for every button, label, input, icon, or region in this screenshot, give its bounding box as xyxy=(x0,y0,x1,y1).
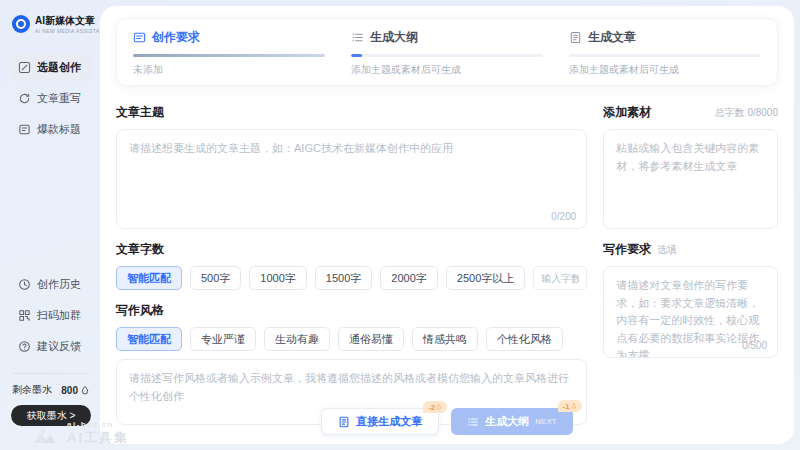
word-count-chip-1000[interactable]: 1000字 xyxy=(249,266,306,290)
right-column: 添加素材 总字数 0/8000 写作要求 选填 0/500 xyxy=(603,96,778,425)
form-icon xyxy=(133,31,146,44)
action-bar: 直接生成文章 -2 生成大纲 NEXT -1 xyxy=(100,408,794,435)
compose-icon xyxy=(18,61,31,74)
material-section-title: 添加素材 总字数 0/8000 xyxy=(603,104,778,121)
requirements-counter: 0/500 xyxy=(742,340,767,351)
style-chip-personalized[interactable]: 个性化风格 xyxy=(486,327,563,351)
word-count-chip-1500[interactable]: 1500字 xyxy=(315,266,372,290)
word-count-options: 智能匹配 500字 1000字 1500字 2000字 2500字以上 xyxy=(116,266,587,290)
sidebar: AI新媒体文章 AI NEW MEDIA ASSISTANT 选题创作 文章重写… xyxy=(0,0,100,450)
feedback-icon xyxy=(18,340,31,353)
qr-code-icon xyxy=(18,309,31,322)
step-status: 添加主题或素材后可生成 xyxy=(351,63,543,77)
requirements-section-title: 写作要求 选填 xyxy=(603,241,778,258)
word-count-section-title: 文章字数 xyxy=(116,241,587,258)
generate-article-label: 直接生成文章 xyxy=(356,414,422,429)
sidebar-item-article-rewrite[interactable]: 文章重写 xyxy=(10,85,92,112)
style-chip-vivid[interactable]: 生动有趣 xyxy=(264,327,330,351)
requirements-input-box: 0/500 xyxy=(603,266,778,358)
word-count-chip-smart[interactable]: 智能匹配 xyxy=(116,266,182,290)
style-chip-emotional[interactable]: 情感共鸣 xyxy=(412,327,478,351)
step-label: 生成文章 xyxy=(588,29,636,46)
ink-balance: 剩余墨水 800 xyxy=(10,383,92,397)
outline-icon xyxy=(351,31,364,44)
generate-outline-cost-badge: -1 xyxy=(558,400,582,412)
style-title-text: 写作风格 xyxy=(116,302,164,319)
step-progress xyxy=(569,54,761,57)
style-chip-smart[interactable]: 智能匹配 xyxy=(116,327,182,351)
style-chip-professional[interactable]: 专业严谨 xyxy=(190,327,256,351)
app-tagline: AI NEW MEDIA ASSISTANT xyxy=(35,28,107,34)
step-status: 未添加 xyxy=(133,63,325,77)
generate-outline-button[interactable]: 生成大纲 NEXT -1 xyxy=(451,408,572,435)
sidebar-nav: 选题创作 文章重写 爆款标题 xyxy=(10,54,92,147)
app-logo: AI新媒体文章 AI NEW MEDIA ASSISTANT xyxy=(10,14,92,34)
step-label: 创作要求 xyxy=(152,29,200,46)
material-title-text: 添加素材 xyxy=(603,104,651,121)
word-count-chip-2500plus[interactable]: 2500字以上 xyxy=(446,266,525,290)
sidebar-item-feedback[interactable]: 建议反馈 xyxy=(10,333,92,360)
step-progress xyxy=(351,54,543,57)
next-label: NEXT xyxy=(535,417,556,426)
sidebar-item-qr-group[interactable]: 扫码加群 xyxy=(10,302,92,329)
get-ink-button[interactable]: 获取墨水 > xyxy=(11,405,91,426)
style-options: 智能匹配 专业严谨 生动有趣 通俗易懂 情感共鸣 个性化风格 xyxy=(116,327,587,351)
sidebar-item-label: 选题创作 xyxy=(37,60,81,75)
step-progress xyxy=(133,54,325,57)
main-panel: 创作要求 未添加 生成大纲 添加主题或素材后可生成 生成文章 添加主题或素材后可… xyxy=(100,6,794,444)
ink-drop-icon xyxy=(80,384,90,396)
document-icon xyxy=(338,416,350,428)
word-count-chip-2000[interactable]: 2000字 xyxy=(380,266,437,290)
step-status: 添加主题或素材后可生成 xyxy=(569,63,761,77)
ink-balance-value: 800 xyxy=(61,385,78,396)
topic-counter: 0/200 xyxy=(551,211,576,222)
topic-textarea[interactable] xyxy=(117,130,586,228)
material-total-count: 总字数 0/8000 xyxy=(715,106,778,120)
requirements-optional-tag: 选填 xyxy=(657,243,677,257)
generate-outline-label: 生成大纲 xyxy=(485,414,529,429)
document-icon xyxy=(569,31,582,44)
left-column: 文章主题 0/200 文章字数 智能匹配 500字 1000字 1500字 20… xyxy=(116,96,587,425)
requirements-title-text: 写作要求 xyxy=(603,241,651,258)
list-icon xyxy=(467,416,479,428)
style-section-title: 写作风格 xyxy=(116,302,587,319)
sidebar-item-label: 扫码加群 xyxy=(37,308,81,323)
sidebar-footer-nav: 创作历史 扫码加群 建议反馈 xyxy=(10,271,92,364)
app-logo-icon xyxy=(12,15,30,33)
history-icon xyxy=(18,278,31,291)
sidebar-item-history[interactable]: 创作历史 xyxy=(10,271,92,298)
sidebar-item-label: 爆款标题 xyxy=(37,122,81,137)
app-name: AI新媒体文章 xyxy=(35,14,107,28)
style-chip-accessible[interactable]: 通俗易懂 xyxy=(338,327,404,351)
topic-input-box: 0/200 xyxy=(116,129,587,229)
material-textarea[interactable] xyxy=(604,130,777,228)
word-count-title-text: 文章字数 xyxy=(116,241,164,258)
generate-article-cost-badge: -2 xyxy=(423,401,447,413)
ink-drop-icon xyxy=(436,403,442,411)
material-input-box xyxy=(603,129,778,229)
ink-balance-label: 剩余墨水 xyxy=(12,383,52,397)
generate-article-button[interactable]: 直接生成文章 -2 xyxy=(321,408,439,435)
sidebar-item-hot-title[interactable]: 爆款标题 xyxy=(10,116,92,143)
sidebar-item-label: 创作历史 xyxy=(37,277,81,292)
topic-title-text: 文章主题 xyxy=(116,104,164,121)
sidebar-item-topic-creation[interactable]: 选题创作 xyxy=(10,54,92,81)
word-count-chip-500[interactable]: 500字 xyxy=(190,266,241,290)
step-creation-requirements[interactable]: 创作要求 未添加 xyxy=(133,29,325,77)
step-generate-outline[interactable]: 生成大纲 添加主题或素材后可生成 xyxy=(351,29,543,77)
rewrite-icon xyxy=(18,92,31,105)
title-icon xyxy=(18,123,31,136)
topic-section-title: 文章主题 xyxy=(116,104,587,121)
sidebar-item-label: 建议反馈 xyxy=(37,339,81,354)
steps-bar: 创作要求 未添加 生成大纲 添加主题或素材后可生成 生成文章 添加主题或素材后可… xyxy=(116,18,778,86)
word-count-input[interactable] xyxy=(533,266,587,290)
step-generate-article[interactable]: 生成文章 添加主题或素材后可生成 xyxy=(569,29,761,77)
step-label: 生成大纲 xyxy=(370,29,418,46)
ink-drop-icon xyxy=(571,402,577,410)
sidebar-divider xyxy=(12,373,90,374)
sidebar-item-label: 文章重写 xyxy=(37,91,81,106)
